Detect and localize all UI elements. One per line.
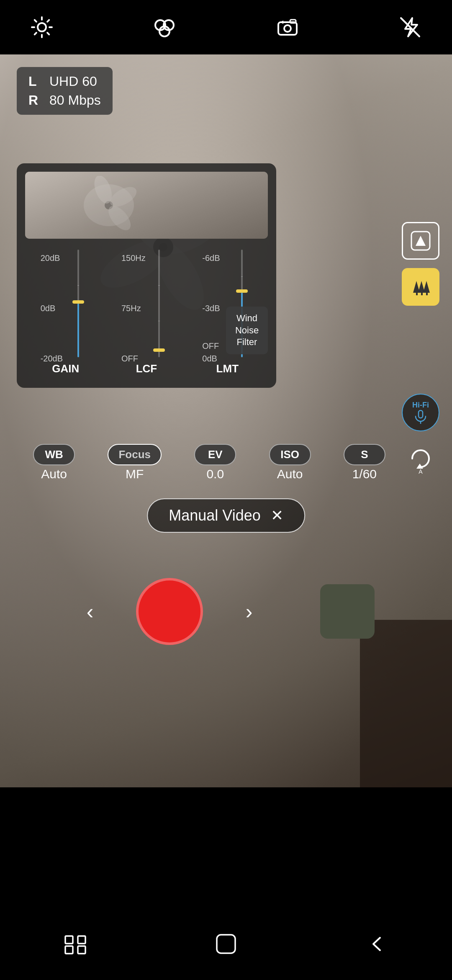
wb-control[interactable]: WB Auto [33, 444, 75, 481]
svg-rect-25 [416, 292, 418, 295]
svg-rect-34 [65, 946, 73, 954]
focus-value: MF [126, 467, 144, 481]
channel-l-label: L [28, 74, 41, 89]
lmt-label: LMT [216, 362, 239, 375]
hifi-text-label: Hi-Fi [412, 401, 429, 409]
svg-text:A: A [419, 468, 423, 475]
gain-thumb[interactable] [72, 300, 84, 304]
mini-viewfinder [25, 172, 268, 239]
svg-rect-27 [426, 292, 428, 295]
svg-rect-35 [78, 946, 85, 954]
wb-value: Auto [41, 467, 67, 481]
svg-rect-28 [419, 410, 423, 418]
settings-button[interactable] [25, 10, 59, 44]
svg-marker-24 [423, 281, 430, 293]
channel-r-label: R [28, 93, 41, 108]
mode-badge: Manual Video ✕ [147, 498, 305, 533]
lcf-thumb[interactable] [153, 348, 165, 352]
svg-point-12 [284, 25, 291, 32]
trees-filter-button[interactable] [402, 268, 439, 306]
lcf-mark-75hz: 75Hz [121, 304, 146, 312]
auto-rotate-button[interactable]: A [402, 440, 439, 477]
ev-badge[interactable]: EV [194, 444, 236, 465]
lmt-mark-neg6db: -6dB [202, 254, 220, 262]
mode-badge-label: Manual Video [169, 507, 261, 524]
flip-camera-button[interactable] [271, 10, 304, 44]
iso-value: Auto [277, 467, 303, 481]
lmt-mark-0db: 0dB [202, 354, 220, 363]
audio-panel: 20dB 0dB -20dB GAIN 150Hz 75Hz OFF [17, 163, 276, 388]
gain-mark-0db: 0dB [41, 304, 63, 312]
gain-mark-20db: 20dB [41, 254, 63, 262]
flash-button[interactable] [393, 10, 427, 44]
record-controls: ‹ › [0, 578, 452, 645]
right-buttons-panel [402, 222, 439, 306]
next-mode-button[interactable]: › [236, 599, 262, 624]
lcf-mark-150hz: 150Hz [121, 254, 146, 262]
gain-fill [77, 304, 79, 358]
recent-apps-button[interactable] [59, 934, 92, 959]
bottom-navigation-bar [0, 913, 452, 980]
svg-point-7 [38, 23, 46, 31]
shutter-control[interactable]: S 1/60 [344, 444, 385, 481]
focus-control[interactable]: Focus MF [108, 444, 162, 481]
gallery-thumbnail[interactable] [320, 584, 375, 639]
hifi-mic-button[interactable]: Hi-Fi [402, 394, 439, 431]
lmt-thumb[interactable] [236, 289, 248, 293]
ev-control[interactable]: EV 0.0 [194, 444, 236, 481]
svg-rect-11 [278, 22, 297, 35]
resolution-value: UHD 60 [49, 74, 97, 89]
lmt-mark-neg3db: -3dB [202, 304, 220, 312]
svg-rect-32 [65, 936, 73, 944]
recording-info-badge: L UHD 60 R 80 Mbps [17, 67, 113, 115]
gain-mark-neg20db: -20dB [41, 354, 63, 363]
lmt-mark-off: OFF [202, 342, 219, 350]
gain-slider-col: 20dB 0dB -20dB GAIN [41, 250, 91, 375]
focus-badge[interactable]: Focus [108, 444, 162, 465]
home-button[interactable] [209, 931, 243, 962]
iso-control[interactable]: ISO Auto [269, 444, 311, 481]
shutter-badge[interactable]: S [344, 444, 385, 465]
lcf-label: LCF [136, 362, 157, 375]
shutter-value: 1/60 [352, 467, 377, 481]
lcf-mark-off: OFF [121, 354, 146, 363]
svg-marker-21 [416, 236, 426, 246]
back-button[interactable] [360, 931, 393, 962]
wb-badge[interactable]: WB [33, 444, 75, 465]
effects-button[interactable] [148, 10, 181, 44]
up-arrow-button[interactable] [402, 222, 439, 260]
svg-rect-26 [421, 292, 423, 295]
svg-rect-36 [217, 935, 235, 953]
prev-mode-button[interactable]: ‹ [77, 599, 103, 624]
wind-noise-filter-button[interactable]: WindNoiseFilter [226, 307, 268, 354]
bitrate-value: 80 Mbps [49, 93, 101, 108]
record-button[interactable] [136, 578, 203, 645]
lcf-slider-col: 150Hz 75Hz OFF LCF [121, 250, 172, 375]
top-bar [0, 0, 452, 54]
manual-controls-row: WB Auto Focus MF EV 0.0 ISO Auto S 1/60 [0, 444, 419, 481]
mode-close-button[interactable]: ✕ [271, 507, 283, 524]
ev-value: 0.0 [206, 467, 224, 481]
svg-rect-33 [78, 936, 85, 944]
sliders-area: 20dB 0dB -20dB GAIN 150Hz 75Hz OFF [25, 245, 268, 379]
iso-badge[interactable]: ISO [269, 444, 311, 465]
gain-label: GAIN [52, 362, 79, 375]
